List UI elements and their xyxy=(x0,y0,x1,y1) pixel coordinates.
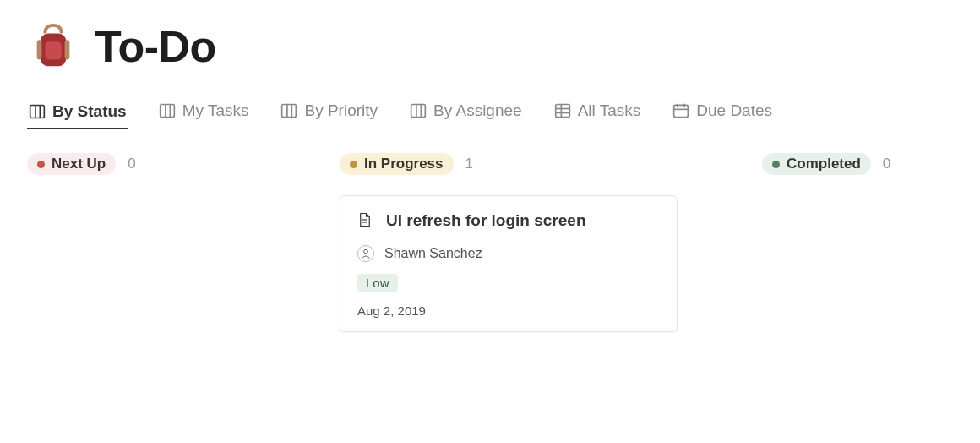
task-title: UI refresh for login screen xyxy=(386,211,586,230)
task-card[interactable]: UI refresh for login screen Shawn Sanche… xyxy=(340,195,678,332)
tab-by-priority[interactable]: By Priority xyxy=(279,96,379,129)
board-icon xyxy=(280,102,297,119)
column-count: 0 xyxy=(883,156,890,172)
tab-my-tasks[interactable]: My Tasks xyxy=(157,96,251,129)
status-pill-next-up: Next Up xyxy=(27,153,116,175)
tab-label: Due Dates xyxy=(696,101,772,120)
status-dot-icon xyxy=(37,161,45,168)
board-icon xyxy=(410,102,427,119)
view-tabs: By Status My Tasks By Priority By Assign… xyxy=(27,96,970,129)
status-label: In Progress xyxy=(364,156,444,172)
table-icon xyxy=(554,102,571,119)
task-title-row: UI refresh for login screen xyxy=(357,211,660,230)
tab-label: By Status xyxy=(52,102,127,121)
status-dot-icon xyxy=(350,161,357,168)
tab-label: All Tasks xyxy=(578,101,641,120)
column-count: 1 xyxy=(466,156,473,172)
backpack-icon xyxy=(27,20,79,73)
due-date: Aug 2, 2019 xyxy=(357,304,660,318)
svg-rect-14 xyxy=(45,41,61,59)
column-header[interactable]: Completed 0 xyxy=(762,153,980,175)
board-icon xyxy=(29,103,46,120)
assignee-row: Shawn Sanchez xyxy=(357,245,660,262)
priority-chip: Low xyxy=(357,274,398,292)
status-pill-in-progress: In Progress xyxy=(340,153,454,175)
svg-rect-15 xyxy=(37,40,42,59)
status-dot-icon xyxy=(772,161,780,168)
tab-due-dates[interactable]: Due Dates xyxy=(671,96,774,129)
column-header[interactable]: Next Up 0 xyxy=(27,153,280,175)
tab-label: By Priority xyxy=(304,101,378,120)
column-next-up: Next Up 0 xyxy=(27,153,280,332)
status-pill-completed: Completed xyxy=(762,153,871,175)
avatar xyxy=(357,245,374,262)
column-in-progress: In Progress 1 UI refresh for login scree… xyxy=(340,153,703,332)
assignee-name: Shawn Sanchez xyxy=(384,246,482,261)
tab-by-assignee[interactable]: By Assignee xyxy=(408,96,524,129)
status-label: Completed xyxy=(787,156,861,172)
column-count: 0 xyxy=(128,156,135,172)
page-title: To-Do xyxy=(95,21,216,72)
tab-label: By Assignee xyxy=(433,101,522,120)
tab-by-status[interactable]: By Status xyxy=(27,97,128,129)
board-icon xyxy=(159,102,176,119)
board: Next Up 0 In Progress 1 UI refresh for l… xyxy=(27,129,970,332)
calendar-icon xyxy=(672,102,689,119)
svg-rect-16 xyxy=(65,40,70,59)
column-completed: Completed 0 xyxy=(762,153,980,332)
page-header: To-Do xyxy=(27,20,970,73)
status-label: Next Up xyxy=(52,156,106,172)
page-icon xyxy=(357,211,374,230)
tab-all-tasks[interactable]: All Tasks xyxy=(553,96,643,129)
column-header[interactable]: In Progress 1 xyxy=(340,153,703,175)
svg-point-17 xyxy=(364,249,368,254)
tab-label: My Tasks xyxy=(182,101,249,120)
